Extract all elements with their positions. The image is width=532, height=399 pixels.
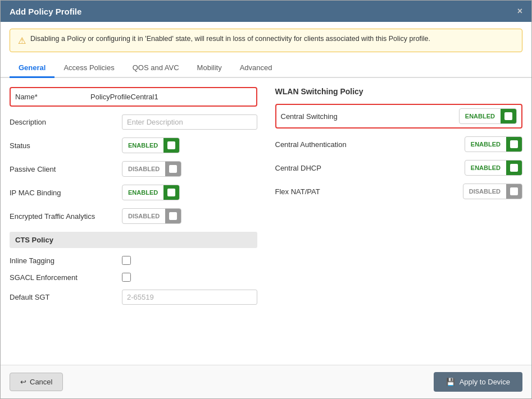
status-switch[interactable] bbox=[163, 137, 179, 153]
status-toggle[interactable]: ENABLED bbox=[122, 137, 180, 153]
flex-nat-toggle[interactable]: DISABLED bbox=[463, 184, 522, 199]
close-button[interactable]: × bbox=[517, 6, 522, 16]
central-switching-toggle[interactable]: ENABLED bbox=[459, 108, 517, 124]
default-sgt-row: Default SGT bbox=[10, 290, 257, 305]
passive-client-switch-inner bbox=[169, 165, 177, 173]
central-dhcp-toggle[interactable]: ENABLED bbox=[465, 160, 522, 176]
warning-icon: ⚠ bbox=[18, 35, 26, 46]
warning-banner: ⚠ Disabling a Policy or configuring it i… bbox=[10, 29, 522, 52]
right-panel: WLAN Switching Policy Central Switching … bbox=[275, 87, 523, 356]
central-switching-switch[interactable] bbox=[501, 108, 516, 124]
sgacl-label: SGACL Enforcement bbox=[10, 273, 122, 282]
status-label: Status bbox=[10, 141, 122, 150]
central-auth-switch[interactable] bbox=[506, 136, 522, 152]
apply-icon: 💾 bbox=[446, 378, 455, 386]
cts-section-header: CTS Policy bbox=[10, 232, 257, 248]
encrypted-traffic-row: Encrypted Traffic Analytics DISABLED bbox=[10, 208, 257, 224]
modal-footer: ↩ Cancel 💾 Apply to Device bbox=[1, 365, 531, 398]
cancel-icon: ↩ bbox=[20, 378, 26, 386]
tab-mobility[interactable]: Mobility bbox=[188, 59, 231, 78]
passive-client-row: Passive Client DISABLED bbox=[10, 161, 257, 177]
inline-tagging-checkbox[interactable] bbox=[122, 256, 131, 265]
ip-mac-toggle[interactable]: ENABLED bbox=[122, 185, 180, 200]
inline-tagging-row: Inline Tagging bbox=[10, 256, 257, 265]
default-sgt-input[interactable] bbox=[122, 290, 257, 305]
central-dhcp-row: Central DHCP ENABLED bbox=[275, 160, 523, 176]
encrypted-traffic-switch-inner bbox=[169, 212, 177, 220]
encrypted-traffic-value: DISABLED bbox=[122, 210, 165, 222]
cancel-label: Cancel bbox=[30, 378, 52, 386]
central-auth-toggle[interactable]: ENABLED bbox=[465, 136, 522, 152]
central-auth-value: ENABLED bbox=[465, 139, 506, 150]
encrypted-traffic-toggle[interactable]: DISABLED bbox=[122, 208, 181, 224]
central-dhcp-switch-inner bbox=[510, 164, 518, 172]
flex-nat-switch-inner bbox=[510, 187, 518, 195]
central-auth-switch-inner bbox=[510, 140, 518, 148]
ip-mac-row: IP MAC Binding ENABLED bbox=[10, 185, 257, 200]
status-row: Status ENABLED bbox=[10, 137, 257, 153]
central-dhcp-switch[interactable] bbox=[506, 160, 522, 176]
name-label: Name* bbox=[15, 93, 88, 101]
flex-nat-value: DISABLED bbox=[463, 186, 506, 197]
apply-label: Apply to Device bbox=[460, 378, 510, 386]
apply-to-device-button[interactable]: 💾 Apply to Device bbox=[434, 372, 522, 392]
tab-general[interactable]: General bbox=[10, 59, 54, 78]
status-switch-inner bbox=[167, 141, 175, 149]
passive-client-value: DISABLED bbox=[122, 163, 165, 175]
central-switching-row-highlighted: Central Switching ENABLED bbox=[275, 104, 523, 129]
modal-header: Add Policy Profile × bbox=[1, 1, 531, 22]
warning-text: Disabling a Policy or configuring it in … bbox=[30, 35, 430, 43]
description-row: Description bbox=[10, 114, 257, 130]
central-auth-row: Central Authentication ENABLED bbox=[275, 136, 523, 152]
description-input[interactable] bbox=[122, 114, 257, 130]
tab-qos-avc[interactable]: QOS and AVC bbox=[124, 59, 188, 78]
ip-mac-switch-inner bbox=[167, 189, 175, 196]
description-label: Description bbox=[10, 118, 122, 126]
passive-client-label: Passive Client bbox=[10, 165, 122, 173]
encrypted-traffic-label: Encrypted Traffic Analytics bbox=[10, 212, 122, 221]
inline-tagging-label: Inline Tagging bbox=[10, 256, 122, 265]
ip-mac-label: IP MAC Binding bbox=[10, 189, 122, 197]
tab-bar: General Access Policies QOS and AVC Mobi… bbox=[1, 59, 531, 78]
name-input[interactable] bbox=[88, 91, 252, 102]
central-switching-value: ENABLED bbox=[460, 111, 501, 122]
ip-mac-switch[interactable] bbox=[163, 185, 179, 200]
tab-advanced[interactable]: Advanced bbox=[231, 59, 281, 78]
central-switching-label: Central Switching bbox=[281, 112, 459, 121]
default-sgt-label: Default SGT bbox=[10, 293, 122, 301]
sgacl-checkbox[interactable] bbox=[122, 273, 131, 282]
passive-client-toggle[interactable]: DISABLED bbox=[122, 161, 181, 177]
encrypted-traffic-switch[interactable] bbox=[165, 208, 181, 224]
passive-client-switch[interactable] bbox=[165, 161, 181, 177]
modal-container: Add Policy Profile × ⚠ Disabling a Polic… bbox=[0, 0, 532, 399]
central-switching-switch-inner bbox=[504, 112, 512, 120]
flex-nat-label: Flex NAT/PAT bbox=[275, 187, 463, 196]
cancel-button[interactable]: ↩ Cancel bbox=[10, 373, 63, 391]
name-row-highlighted: Name* bbox=[10, 87, 257, 107]
modal-body: Name* Description Status ENABLED bbox=[1, 78, 531, 365]
flex-nat-row: Flex NAT/PAT DISABLED bbox=[275, 184, 523, 199]
status-value: ENABLED bbox=[122, 140, 163, 151]
left-panel: Name* Description Status ENABLED bbox=[10, 87, 257, 356]
wlan-section-title: WLAN Switching Policy bbox=[275, 87, 523, 96]
central-auth-label: Central Authentication bbox=[275, 140, 465, 149]
central-dhcp-label: Central DHCP bbox=[275, 164, 465, 172]
flex-nat-switch[interactable] bbox=[506, 184, 522, 199]
central-dhcp-value: ENABLED bbox=[465, 162, 506, 173]
ip-mac-value: ENABLED bbox=[122, 187, 163, 198]
sgacl-row: SGACL Enforcement bbox=[10, 273, 257, 282]
modal-title: Add Policy Profile bbox=[10, 7, 81, 16]
tab-access-policies[interactable]: Access Policies bbox=[54, 59, 123, 78]
